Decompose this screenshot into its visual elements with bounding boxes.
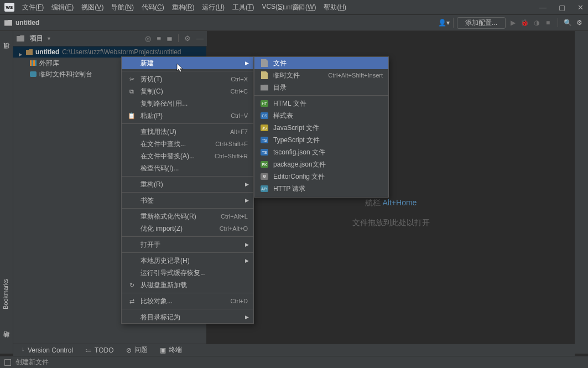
tool-window-bookmarks-tab[interactable]: Bookmarks (2, 279, 9, 309)
tool-window-icon: ≔ (85, 346, 92, 354)
new-menu-item[interactable]: ⚙EditorConfig 文件 (254, 170, 388, 183)
project-view-chevron-icon[interactable]: ▼ (46, 36, 51, 42)
new-menu-item[interactable]: 临时文件Ctrl+Alt+Shift+Insert (254, 69, 388, 81)
context-menu-item[interactable]: 查找用法(U)Alt+F7 (122, 126, 253, 138)
context-menu-item[interactable]: 在文件中替换(A)...Ctrl+Shift+R (122, 150, 253, 162)
menu-item-label: 本地历史记录(H) (141, 256, 248, 266)
new-menu-item[interactable]: TStsconfig.json 文件 (254, 146, 388, 158)
run-button[interactable]: ▶ (509, 19, 517, 27)
tool-window-button[interactable]: ≔TODO (85, 346, 113, 354)
menu-item-shortcut: Alt+F7 (230, 128, 248, 135)
menu-item-icon: JS (260, 125, 269, 131)
context-menu-item[interactable]: 重构(R)▶ (122, 178, 253, 190)
context-menu-item[interactable]: 在文件中查找...Ctrl+Shift+F (122, 138, 253, 150)
menu-item[interactable]: 导航(N) (111, 3, 134, 12)
tree-root-name: untitled (35, 48, 59, 56)
project-tool-header: 项目 ▼ ◎ ≡ ≣ ⚙ — (13, 31, 207, 46)
new-menu-item[interactable]: APIHTTP 请求 (254, 183, 388, 195)
hide-tool-icon[interactable]: — (196, 34, 204, 43)
tool-settings-icon[interactable]: ⚙ (184, 34, 191, 43)
maximize-button[interactable]: ▢ (559, 3, 565, 12)
chevron-right-icon[interactable] (19, 50, 23, 54)
new-submenu[interactable]: 文件临时文件Ctrl+Alt+Shift+Insert目录HTHTML 文件CS… (254, 56, 389, 198)
menu-item[interactable]: 文件(F) (22, 3, 44, 12)
user-icon[interactable]: 👤▾ (435, 18, 454, 28)
tool-window-button[interactable]: ⊘问题 (126, 345, 148, 355)
new-menu-item[interactable]: 文件 (254, 57, 388, 69)
menu-item[interactable]: 重构(R) (172, 3, 195, 12)
new-menu-item[interactable]: HTHTML 文件 (254, 97, 388, 110)
filetype-icon: JS (261, 125, 268, 131)
menu-item[interactable]: 运行(U) (202, 3, 225, 12)
context-menu-item[interactable]: 新建▶ (122, 57, 253, 69)
new-menu-item[interactable]: PKpackage.json文件 (254, 158, 388, 170)
title-bar: WS 文件(F)编辑(E)视图(V)导航(N)代码(C)重构(R)运行(U)工具… (0, 0, 588, 15)
debug-button[interactable]: 🐞 (521, 19, 529, 27)
context-menu-item[interactable]: 书签▶ (122, 194, 253, 206)
menu-item[interactable]: 视图(V) (81, 3, 103, 12)
context-menu-item[interactable]: 本地历史记录(H)▶ (122, 255, 253, 267)
tool-window-icon: ᛍ (21, 346, 25, 354)
context-menu-item[interactable]: 运行引导式缓存恢复... (122, 267, 253, 279)
submenu-arrow-icon: ▶ (245, 314, 249, 320)
menu-item[interactable]: 帮助(H) (324, 3, 346, 12)
tree-root[interactable]: untitled C:\Users\uzzf\WebstormProjects\… (13, 46, 206, 58)
submenu-arrow-icon: ▶ (245, 182, 249, 187)
menu-item-icon: PK (260, 161, 269, 168)
tree-label: 外部库 (39, 59, 59, 68)
context-menu-item[interactable]: 📋粘贴(P)Ctrl+V (122, 110, 253, 122)
menu-separator (122, 176, 253, 177)
expand-all-icon[interactable]: ≡ (157, 34, 161, 43)
menu-item-icon (260, 85, 269, 91)
context-menu-item[interactable]: 打开于▶ (122, 239, 253, 251)
add-configuration-button[interactable]: 添加配置... (457, 17, 506, 29)
menu-separator (122, 236, 253, 237)
coverage-button[interactable]: ◑ (532, 19, 540, 27)
new-menu-item[interactable]: CS样式表 (254, 110, 388, 122)
project-icon (17, 35, 24, 42)
menu-item-label: 打开于 (141, 240, 248, 250)
tool-window-toggle-icon[interactable] (4, 359, 11, 366)
context-menu-item[interactable]: 优化 import(Z)Ctrl+Alt+O (122, 222, 253, 235)
locate-icon[interactable]: ◎ (145, 34, 151, 43)
project-tool-title[interactable]: 项目 (30, 34, 43, 43)
menu-item[interactable]: 编辑(E) (51, 3, 74, 12)
menu-item[interactable]: 代码(C) (142, 3, 164, 12)
menu-item-icon: API (260, 185, 269, 192)
hint-text: 航栏 (365, 198, 383, 207)
context-menu-item[interactable]: ↻从磁盘重新加载 (122, 279, 253, 291)
context-menu-item[interactable]: 重新格式化代码(R)Ctrl+Alt+L (122, 210, 253, 222)
context-menu-item[interactable]: 将目录标记为▶ (122, 311, 253, 323)
menu-item[interactable]: 工具(T) (232, 3, 254, 12)
context-menu-item[interactable]: ⧉复制(C)Ctrl+C (122, 85, 253, 97)
search-everywhere-button[interactable]: 🔍 (564, 19, 572, 27)
menu-item-label: 样式表 (273, 111, 383, 121)
tool-window-button[interactable]: ▣终端 (160, 345, 182, 355)
menu-item-label: 查找用法(U) (141, 127, 230, 137)
menu-item-label: 优化 import(Z) (141, 224, 220, 234)
hint-shortcut: Alt+Home (383, 198, 417, 207)
context-menu-item[interactable]: ✂剪切(T)Ctrl+X (122, 73, 253, 85)
tool-window-button[interactable]: ᛍVersion Control (21, 346, 73, 354)
menu-item-shortcut: Ctrl+D (231, 298, 248, 304)
close-button[interactable]: ✕ (577, 3, 584, 12)
menu-item-icon: TS (260, 137, 269, 143)
menu-separator (122, 192, 253, 193)
context-menu[interactable]: 新建▶✂剪切(T)Ctrl+X⧉复制(C)Ctrl+C复制路径/引用...📋粘贴… (121, 56, 254, 324)
stop-button[interactable]: ■ (544, 19, 552, 27)
menu-item[interactable]: VCS(S) (262, 3, 284, 12)
menu-separator (122, 293, 253, 293)
new-menu-item[interactable]: TSTypeScript 文件 (254, 134, 388, 146)
collapse-all-icon[interactable]: ≣ (166, 34, 173, 43)
context-menu-item[interactable]: 复制路径/引用... (122, 97, 253, 110)
folder-icon (4, 20, 12, 26)
new-menu-item[interactable]: JSJavaScript 文件 (254, 122, 388, 134)
file-icon (261, 59, 268, 67)
context-menu-item[interactable]: 检查代码(I)... (122, 162, 253, 174)
new-menu-item[interactable]: 目录 (254, 81, 388, 94)
minimize-button[interactable]: — (539, 3, 547, 12)
settings-button[interactable]: ⚙ (575, 19, 584, 27)
menu-item-label: HTML 文件 (273, 99, 383, 108)
breadcrumb[interactable]: untitled (15, 19, 39, 27)
context-menu-item[interactable]: ⇄比较对象...Ctrl+D (122, 295, 253, 307)
